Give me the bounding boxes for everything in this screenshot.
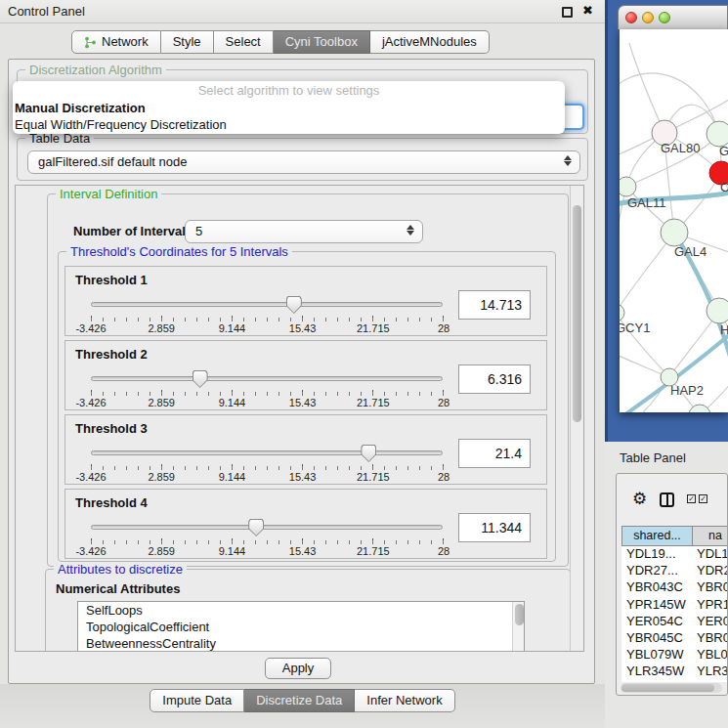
network-node-label: HAP2 (670, 383, 704, 398)
mac-close-icon[interactable] (625, 12, 637, 23)
attribute-list-item[interactable]: BetweennessCentrality (78, 635, 524, 652)
table-row[interactable]: YBL079WYBL0 (621, 647, 728, 664)
slider-thumb[interactable] (361, 445, 376, 462)
slider-track[interactable] (91, 302, 443, 307)
select-columns-icon[interactable]: ✓ (687, 494, 696, 503)
number-of-intervals-combobox[interactable]: 5 (185, 220, 423, 243)
table-row[interactable]: YIL052CYIL0 (621, 681, 728, 683)
network-window-titlebar[interactable] (618, 5, 728, 29)
threshold-label: Threshold 2 (75, 347, 148, 362)
discretization-algorithm-title: Discretization Algorithm (25, 63, 166, 77)
table-row[interactable]: YLR345WYLR3 (621, 664, 728, 680)
table-row[interactable]: YDR27...YDR2 (621, 563, 728, 579)
mac-minimize-icon[interactable] (642, 12, 654, 23)
tab-style[interactable]: Style (161, 30, 214, 54)
network-node-label: GAL80 (661, 141, 700, 155)
tab-network[interactable]: Network (71, 30, 161, 54)
tick-label: 28 (438, 322, 450, 334)
combo-spinner-icon[interactable] (563, 155, 572, 166)
popup-item-equal-width-frequency[interactable]: Equal Width/Frequency Discretization (13, 116, 565, 133)
table-row[interactable]: YBR043CYBR0 (621, 579, 728, 596)
settings-scrollbar-thumb[interactable] (573, 205, 581, 422)
network-node[interactable] (620, 304, 624, 321)
threshold-value-field[interactable]: 14.713 (458, 290, 531, 320)
tick-label: 21.715 (357, 471, 390, 483)
tab-jactivemnodules[interactable]: jActiveMNodules (370, 30, 490, 54)
threshold-slider[interactable]: -3.4262.8599.14415.4321.71528 (91, 517, 443, 556)
bottom-tab-bar: Impute Data Discretize Data Infer Networ… (0, 689, 605, 712)
apply-button[interactable]: Apply (265, 658, 331, 679)
list-scrollbar-thumb[interactable] (515, 604, 524, 625)
network-node-label: GAL4 (674, 244, 707, 259)
threshold-value-field[interactable]: 21.4 (458, 439, 531, 468)
threshold-label: Threshold 4 (75, 495, 148, 510)
table-row[interactable]: YDL19...YDL1 (621, 546, 728, 563)
close-panel-icon[interactable]: ✖ (582, 3, 593, 18)
table-data-group: Table Data galFiltered.sif default node (17, 138, 588, 181)
network-graph: GAL80GAGAL11CGAL4GCY1HHAP2 (620, 29, 728, 412)
table-row[interactable]: YPR145WYPR1 (621, 597, 728, 614)
algorithm-prompt-item[interactable]: Select algorithm to view settings (13, 83, 565, 100)
thresholds-group: Threshold's Coordinates for 5 Intervals … (58, 251, 556, 562)
select-all-columns-icon[interactable]: ✓ (699, 494, 707, 503)
split-columns-icon[interactable] (660, 492, 674, 507)
slider-minor-ticks (91, 392, 444, 396)
node-table-rows: YDL19...YDL1YDR27...YDR2YBR043CYBR0YPR14… (621, 546, 728, 682)
tab-select-label: Select (226, 31, 261, 53)
table-row[interactable]: YBR045CYBR0 (621, 630, 728, 647)
threshold-slider[interactable]: -3.4262.8599.14415.4321.71528 (91, 443, 443, 482)
tick-label: 9.144 (219, 471, 246, 483)
threshold-slider[interactable]: -3.4262.8599.14415.4321.71528 (91, 294, 443, 333)
slider-tick-labels: -3.4262.8599.14415.4321.71528 (91, 545, 444, 558)
list-scrollbar[interactable] (512, 602, 524, 652)
attributes-group: Attributes to discretize Numerical Attri… (45, 569, 571, 652)
popup-item-manual-discretization[interactable]: Manual Discretization (13, 100, 565, 116)
slider-track[interactable] (91, 450, 443, 455)
slider-minor-ticks (91, 540, 444, 544)
slider-thumb[interactable] (248, 519, 264, 536)
gear-icon[interactable]: ⚙ (632, 491, 647, 507)
table-row[interactable]: YER054CYER0 (621, 614, 728, 630)
slider-track[interactable] (91, 376, 443, 381)
network-node[interactable] (661, 219, 688, 246)
tab-impute-data[interactable]: Impute Data (150, 689, 244, 712)
slider-track[interactable] (91, 525, 443, 530)
network-node[interactable] (620, 177, 636, 196)
slider-thumb[interactable] (286, 296, 302, 314)
slider-minor-ticks (91, 466, 444, 470)
attribute-list-item[interactable]: TopologicalCoefficient (78, 619, 524, 635)
tab-cyni-toolbox[interactable]: Cyni Toolbox (274, 30, 370, 54)
table-hscrollbar-thumb[interactable] (621, 684, 714, 692)
tab-discretize-data-label: Discretize Data (256, 690, 342, 711)
settings-content: Interval Definition Number of Intervals … (16, 186, 571, 652)
network-node-label: GCY1 (620, 321, 650, 335)
mac-zoom-icon[interactable] (659, 12, 670, 23)
settings-scrollbar[interactable] (570, 186, 583, 652)
network-window-frame: GAL80GAGAL11CGAL4GCY1HHAP2 (605, 0, 728, 442)
tab-discretize-data[interactable]: Discretize Data (244, 689, 355, 712)
slider-tick-labels: -3.4262.8599.14415.4321.71528 (91, 397, 444, 409)
tick-label: -3.426 (75, 545, 106, 557)
slider-thumb[interactable] (193, 370, 208, 388)
threshold-value-field[interactable]: 11.344 (458, 513, 531, 542)
network-node[interactable] (707, 298, 728, 323)
combo-spinner-icon[interactable] (406, 225, 414, 236)
column-header-name[interactable]: na (693, 526, 728, 546)
network-edge (629, 43, 664, 133)
table-hscrollbar[interactable] (621, 683, 722, 693)
threshold-panel: Threshold 4 -3.4262.8599.14415.4321.7152… (64, 489, 547, 559)
threshold-slider[interactable]: -3.4262.8599.14415.4321.71528 (91, 368, 443, 407)
table-data-combobox[interactable]: galFiltered.sif default node (27, 150, 580, 174)
panel-title: Control Panel (8, 4, 85, 19)
node-table-header: shared... na (621, 526, 728, 546)
tab-infer-network[interactable]: Infer Network (355, 689, 454, 712)
threshold-value-field[interactable]: 6.316 (458, 364, 531, 394)
float-panel-icon[interactable] (562, 7, 573, 18)
column-header-shared-name[interactable]: shared... (621, 526, 693, 546)
attribute-list-item[interactable]: SelfLoops (78, 602, 524, 619)
numerical-attributes-list[interactable]: SelfLoopsTopologicalCoefficientBetweenne… (77, 601, 525, 652)
slider-tick-labels: -3.4262.8599.14415.4321.71528 (91, 471, 444, 484)
network-view-canvas[interactable]: GAL80GAGAL11CGAL4GCY1HHAP2 (620, 29, 728, 412)
tab-select[interactable]: Select (214, 30, 274, 54)
settings-scrollpane: Interval Definition Number of Intervals … (15, 185, 584, 652)
